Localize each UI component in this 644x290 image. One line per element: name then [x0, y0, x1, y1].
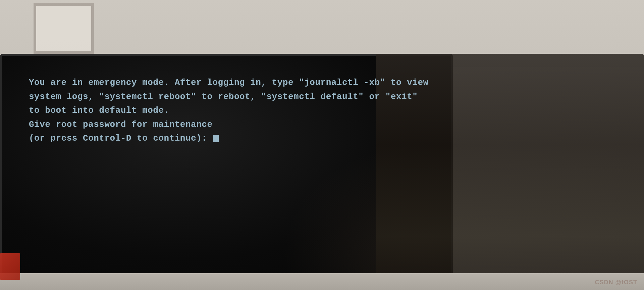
terminal-line-4: Give root password for maintenance: [29, 118, 431, 132]
desk-surface: [0, 273, 644, 290]
terminal-cursor: [213, 135, 219, 142]
terminal-line-3: to boot into default mode.: [29, 104, 431, 118]
terminal-line-5[interactable]: (or press Control-D to continue):: [29, 132, 431, 146]
red-object: [0, 253, 20, 280]
watermark: CSDN @tOST: [595, 279, 637, 286]
picture-frame: [34, 3, 94, 54]
terminal-line-2: system logs, "systemctl reboot" to reboo…: [29, 90, 431, 104]
terminal-output: You are in emergency mode. After logging…: [29, 76, 431, 146]
terminal-line-1: You are in emergency mode. After logging…: [29, 76, 431, 90]
